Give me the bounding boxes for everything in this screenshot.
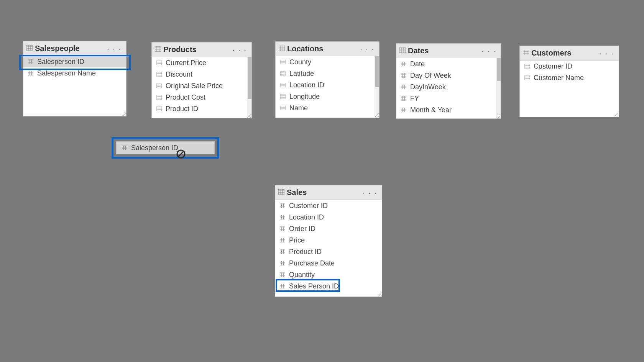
field-row[interactable]: Salesperson ID (23, 56, 126, 67)
field-label: Product Cost (166, 93, 205, 102)
field-label: Customer ID (534, 62, 572, 70)
column-icon (523, 75, 531, 80)
table-title: Products (163, 45, 197, 54)
svg-rect-125 (280, 203, 285, 208)
table-dates[interactable]: Dates · · · Date Day Of Week DayInWeek F… (396, 43, 501, 119)
field-row[interactable]: Discount (152, 69, 251, 80)
drag-ghost-field[interactable]: Salesperson ID (116, 141, 215, 154)
resize-handle[interactable] (122, 112, 126, 116)
field-row[interactable]: Product Cost (152, 92, 251, 103)
field-row[interactable]: Current Price (152, 57, 251, 69)
svg-rect-55 (280, 71, 286, 76)
field-row[interactable]: Quantity (275, 269, 382, 280)
field-row[interactable]: Product ID (152, 103, 251, 115)
table-header[interactable]: Locations · · · (276, 42, 379, 56)
table-icon (523, 50, 529, 57)
field-row[interactable]: FY (396, 93, 501, 104)
svg-rect-30 (156, 84, 162, 88)
resize-handle[interactable] (375, 113, 379, 117)
column-icon (399, 73, 408, 78)
svg-rect-155 (280, 272, 285, 277)
column-icon (399, 108, 408, 112)
svg-rect-120 (278, 189, 284, 195)
table-products[interactable]: Products · · · Current Price Discount Or… (151, 42, 252, 118)
column-icon (26, 59, 35, 64)
field-row[interactable]: Purchase Date (275, 257, 382, 269)
field-label: Sales Person ID (289, 282, 339, 290)
table-more-button[interactable]: · · · (107, 45, 123, 52)
field-row[interactable]: Salesperson Name (23, 67, 126, 79)
field-label: Product ID (166, 105, 198, 113)
scrollbar-thumb[interactable] (497, 58, 501, 81)
column-icon (278, 238, 287, 242)
table-icon (26, 45, 33, 52)
field-label: Customer ID (289, 202, 328, 210)
resize-handle[interactable] (247, 114, 251, 118)
svg-rect-165 (122, 146, 127, 150)
table-sales[interactable]: Sales · · · Customer ID Location ID Orde… (275, 185, 382, 297)
svg-rect-70 (280, 106, 286, 110)
table-header[interactable]: Dates · · · (396, 44, 501, 58)
table-more-button[interactable]: · · · (600, 49, 616, 57)
svg-rect-0 (26, 45, 33, 51)
field-row[interactable]: Location ID (276, 79, 379, 91)
field-row[interactable]: Month & Year (396, 104, 501, 116)
field-row[interactable]: Customer Name (520, 72, 619, 84)
field-row[interactable]: Order ID (275, 223, 382, 234)
field-row[interactable]: County (276, 56, 379, 68)
column-icon (120, 146, 129, 150)
field-row[interactable]: Name (276, 102, 379, 114)
field-label: Salesperson Name (37, 69, 96, 77)
table-more-button[interactable]: · · · (481, 47, 498, 55)
drag-ghost-label: Salesperson ID (131, 144, 178, 152)
resize-handle[interactable] (378, 292, 381, 296)
column-icon (399, 96, 408, 101)
resize-handle[interactable] (496, 114, 500, 118)
column-icon (278, 284, 287, 288)
field-row[interactable]: Date (396, 58, 501, 70)
table-icon (278, 189, 284, 196)
table-more-button[interactable]: · · · (360, 45, 376, 53)
field-row[interactable]: Sales Person ID (275, 280, 382, 292)
field-row[interactable]: DayInWeek (396, 81, 501, 93)
column-icon (279, 60, 287, 64)
field-row[interactable]: Customer ID (520, 61, 619, 72)
resize-handle[interactable] (614, 113, 618, 116)
field-row[interactable]: Price (275, 234, 382, 246)
svg-rect-140 (280, 238, 285, 242)
table-more-button[interactable]: · · · (363, 189, 379, 197)
table-header[interactable]: Customers · · · (520, 46, 619, 61)
scrollbar-thumb[interactable] (248, 57, 251, 99)
table-icon (399, 48, 406, 54)
table-header[interactable]: Products · · · (152, 43, 251, 57)
table-more-button[interactable]: · · · (232, 46, 248, 54)
field-label: Original Sale Price (166, 82, 223, 90)
column-icon (279, 71, 287, 76)
svg-rect-35 (156, 95, 162, 100)
field-row[interactable]: Day Of Week (396, 70, 501, 81)
table-locations[interactable]: Locations · · · County Latitude Location… (275, 41, 380, 118)
column-icon (279, 83, 287, 87)
field-row[interactable]: Location ID (275, 211, 382, 223)
field-row[interactable]: Product ID (275, 246, 382, 257)
field-label: Month & Year (410, 106, 452, 114)
field-label: Location ID (289, 213, 324, 221)
field-row[interactable]: Customer ID (275, 200, 382, 211)
table-customers[interactable]: Customers · · · Customer ID Customer Nam… (519, 46, 619, 117)
scrollbar-thumb[interactable] (375, 56, 379, 87)
field-label: Name (289, 104, 308, 112)
field-label: Latitude (289, 70, 314, 78)
field-row[interactable]: Latitude (276, 68, 379, 79)
svg-rect-65 (280, 94, 286, 99)
table-header[interactable]: Sales · · · (275, 185, 382, 200)
column-icon (155, 61, 163, 65)
svg-rect-150 (280, 261, 285, 265)
svg-rect-160 (280, 284, 285, 288)
table-salespeople[interactable]: Salespeople · · · Salesperson ID Sales (23, 41, 127, 116)
table-header[interactable]: Salespeople · · · (23, 41, 126, 56)
column-icon (278, 261, 287, 265)
svg-rect-85 (401, 73, 406, 78)
field-row[interactable]: Original Sale Price (152, 80, 251, 92)
table-title: Locations (287, 44, 323, 53)
field-row[interactable]: Longitude (276, 91, 379, 102)
